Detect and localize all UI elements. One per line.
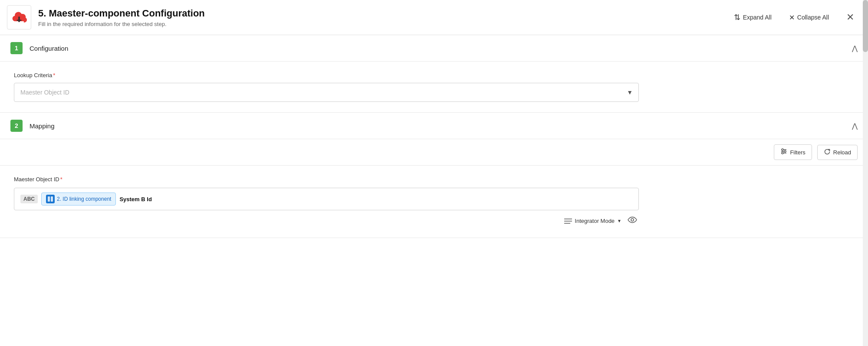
svg-rect-9 xyxy=(51,196,53,202)
configuration-section-content: Lookup Criteria* Maester Object ID Maest… xyxy=(0,62,868,112)
reload-icon xyxy=(824,148,831,157)
mapping-footer: Integrator Mode ▼ xyxy=(14,210,639,227)
eye-icon xyxy=(628,216,637,223)
mapping-title: Mapping xyxy=(30,122,55,130)
collapse-all-label: Collapse All xyxy=(797,14,829,21)
svg-rect-0 xyxy=(18,16,20,22)
configuration-section: 1 Configuration ⋀ Lookup Criteria* Maest… xyxy=(0,35,868,113)
filters-button[interactable]: Filters xyxy=(774,144,812,160)
reload-button[interactable]: Reload xyxy=(817,145,858,160)
svg-rect-1 xyxy=(17,20,22,21)
mapping-content: Maester Object ID* ABC 2. ID linking com… xyxy=(0,166,868,238)
eye-button[interactable] xyxy=(626,215,639,227)
page-title: 5. Maester-component Configuration xyxy=(38,8,205,19)
expand-all-icon: ⇅ xyxy=(734,13,740,22)
page-header: 5. Maester-component Configuration Fill … xyxy=(0,0,868,35)
main-content: 1 Configuration ⋀ Lookup Criteria* Maest… xyxy=(0,35,868,238)
mapping-section-header[interactable]: 2 Mapping ⋀ xyxy=(0,113,868,139)
mapping-section-header-left: 2 Mapping xyxy=(10,120,55,132)
filters-label: Filters xyxy=(790,149,805,156)
page-subtitle: Fill in the required information for the… xyxy=(38,21,205,27)
mapping-section: 2 Mapping ⋀ Filters xyxy=(0,113,868,238)
header-text: 5. Maester-component Configuration Fill … xyxy=(38,8,205,27)
scrollbar-track[interactable] xyxy=(863,0,868,346)
svg-rect-8 xyxy=(48,196,50,202)
integrator-mode-button[interactable]: Integrator Mode ▼ xyxy=(564,218,621,224)
svg-point-6 xyxy=(784,150,786,152)
lookup-criteria-label: Lookup Criteria* xyxy=(14,72,854,78)
collapse-all-button[interactable]: ✕ Collapse All xyxy=(786,12,832,23)
svg-point-5 xyxy=(782,149,783,150)
token-id-link-label: 2. ID linking component xyxy=(57,196,111,202)
expand-all-button[interactable]: ⇅ Expand All xyxy=(730,11,775,24)
svg-point-14 xyxy=(631,219,634,221)
lookup-criteria-select[interactable]: Maester Object ID Maester Object ID xyxy=(14,83,639,102)
mapping-badge: 2 xyxy=(10,120,23,132)
maester-object-id-required: * xyxy=(60,176,62,183)
scrollbar-thumb[interactable] xyxy=(863,0,868,52)
svg-point-7 xyxy=(782,152,783,154)
maester-object-id-label: Maester Object ID* xyxy=(14,176,854,183)
integrator-mode-label: Integrator Mode xyxy=(575,218,615,224)
expand-all-label: Expand All xyxy=(743,14,772,21)
token-id-link[interactable]: 2. ID linking component xyxy=(41,193,116,206)
token-system-b-id: System B Id xyxy=(119,196,151,202)
app-icon xyxy=(7,5,31,29)
mapping-tokens-container[interactable]: ABC 2. ID linking component System B Id xyxy=(14,188,639,210)
header-left: 5. Maester-component Configuration Fill … xyxy=(7,5,205,29)
id-link-icon xyxy=(46,195,55,203)
integrator-mode-dropdown-icon: ▼ xyxy=(617,219,621,223)
integrator-mode-icon xyxy=(564,218,572,224)
configuration-badge: 1 xyxy=(10,42,23,54)
lookup-criteria-wrapper: Maester Object ID Maester Object ID ▼ xyxy=(14,83,639,102)
lookup-criteria-required: * xyxy=(53,72,55,78)
reload-label: Reload xyxy=(833,149,851,156)
filters-icon xyxy=(780,148,787,157)
header-actions: ⇅ Expand All ✕ Collapse All ✕ xyxy=(730,11,858,24)
mapping-toolbar: Filters Reload xyxy=(0,139,868,166)
configuration-section-header[interactable]: 1 Configuration ⋀ xyxy=(0,35,868,62)
configuration-title: Configuration xyxy=(30,45,68,52)
configuration-chevron-icon: ⋀ xyxy=(852,44,858,52)
collapse-all-icon: ✕ xyxy=(789,13,795,22)
token-abc: ABC xyxy=(20,195,38,203)
configuration-section-header-left: 1 Configuration xyxy=(10,42,68,54)
mapping-chevron-icon: ⋀ xyxy=(852,122,858,130)
close-button[interactable]: ✕ xyxy=(843,11,858,24)
